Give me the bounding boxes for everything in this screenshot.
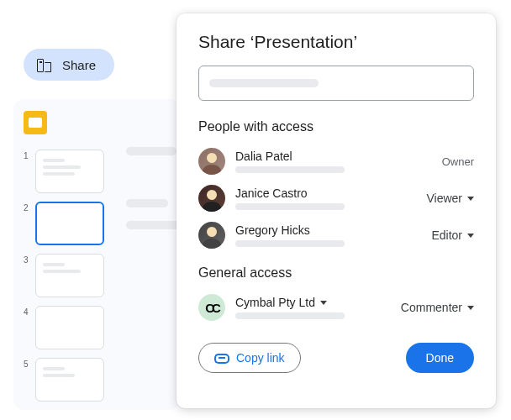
slide-thumbnail[interactable]: [35, 150, 104, 193]
person-row: Janice Castro Viewer: [198, 180, 474, 217]
people-section-title: People with access: [198, 119, 474, 134]
slide-thumbnail-selected[interactable]: [35, 202, 104, 245]
thumb-number: 1: [24, 150, 30, 160]
person-name: Janice Castro: [235, 186, 416, 200]
org-desc-skeleton: [235, 312, 345, 319]
chevron-down-icon: [320, 301, 327, 305]
buildings-icon: [37, 57, 54, 72]
share-modal: Share ‘Presentation’ People with access …: [176, 13, 496, 408]
slides-editor-window: 1 2 3 4 5: [13, 99, 180, 410]
role-owner-label: Owner: [442, 155, 474, 168]
org-avatar: CC: [198, 294, 225, 321]
person-email-skeleton: [235, 240, 345, 247]
person-row: Gregory Hicks Editor: [198, 217, 474, 254]
slides-logo-icon: [24, 111, 47, 134]
slide-thumbnail-row[interactable]: 3: [24, 254, 170, 297]
thumb-number: 4: [24, 306, 30, 317]
copy-link-label: Copy link: [236, 351, 285, 365]
person-name: Gregory Hicks: [235, 223, 421, 237]
slide-thumbnail[interactable]: [35, 306, 104, 349]
chevron-down-icon: [467, 306, 474, 310]
chevron-down-icon: [467, 234, 474, 238]
modal-title: Share ‘Presentation’: [198, 32, 474, 52]
role-label: Viewer: [426, 192, 462, 205]
avatar: [198, 148, 225, 175]
slide-thumbnail-row[interactable]: 4: [24, 306, 170, 349]
link-icon: [214, 354, 229, 362]
done-button[interactable]: Done: [406, 343, 474, 373]
role-label: Editor: [431, 228, 462, 242]
org-name: Cymbal Pty Ltd: [235, 296, 315, 309]
share-chip-label: Share: [62, 58, 96, 72]
person-email-skeleton: [235, 203, 345, 210]
thumb-number: 5: [24, 358, 30, 369]
add-people-input[interactable]: [198, 66, 474, 101]
avatar: [198, 185, 225, 212]
avatar: [198, 222, 225, 249]
general-access-row: CC Cymbal Pty Ltd Commenter: [198, 289, 474, 326]
thumb-number: 3: [24, 254, 30, 265]
org-access-dropdown[interactable]: Cymbal Pty Ltd: [235, 296, 391, 309]
copy-link-button[interactable]: Copy link: [198, 343, 301, 373]
person-row: Dalia Patel Owner: [198, 143, 474, 180]
slide-thumbnail-row[interactable]: 5: [24, 358, 170, 402]
slide-thumbnail[interactable]: [35, 254, 104, 297]
role-label: Commenter: [401, 301, 462, 314]
chevron-down-icon: [467, 197, 474, 201]
person-name: Dalia Patel: [235, 150, 432, 163]
role-dropdown[interactable]: Viewer: [426, 192, 474, 205]
share-chip[interactable]: Share: [24, 49, 114, 81]
role-dropdown[interactable]: Commenter: [401, 301, 474, 314]
input-placeholder-skeleton: [209, 79, 319, 87]
person-email-skeleton: [235, 166, 345, 173]
slide-thumbnail[interactable]: [35, 358, 104, 402]
thumb-number: 2: [24, 202, 30, 213]
role-dropdown[interactable]: Editor: [431, 228, 474, 242]
general-section-title: General access: [198, 265, 474, 281]
